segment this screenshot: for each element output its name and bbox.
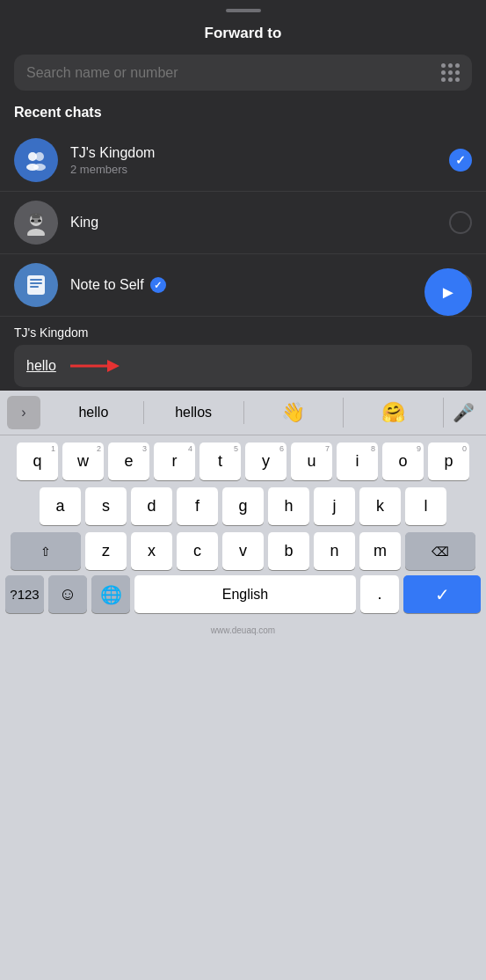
key-return[interactable]: ✓ (403, 575, 481, 613)
key-t[interactable]: 5t (199, 442, 241, 480)
svg-point-3 (33, 164, 46, 171)
svg-point-5 (27, 229, 45, 236)
chat-list: TJ's Kingdom 2 members King (0, 129, 486, 316)
key-globe[interactable]: 🌐 (91, 575, 130, 613)
key-row-3: ⇧ z x c v b n m ⌫ (4, 532, 482, 570)
recent-chats-label: Recent chats (0, 105, 486, 129)
sheet-title: Forward to (0, 25, 486, 42)
chat-info-tjs-kingdom: TJ's Kingdom 2 members (70, 145, 437, 176)
key-row-1: 1q 2w 3e 4r 5t 6y 7u 8i 9o 0p (4, 442, 482, 480)
forward-recipient-label: TJ's Kingdom (14, 325, 472, 340)
key-period[interactable]: . (360, 575, 399, 613)
svg-point-7 (31, 220, 34, 223)
chat-name-king: King (70, 215, 437, 230)
key-e[interactable]: 3e (108, 442, 149, 480)
chat-info-note-to-self: Note to Self ✓ (70, 277, 437, 293)
check-king[interactable] (449, 211, 472, 234)
search-input[interactable] (26, 65, 432, 81)
suggestion-wave[interactable]: 👋 (244, 398, 345, 428)
suggestion-hellos[interactable]: hellos (144, 401, 244, 424)
svg-rect-12 (30, 282, 42, 284)
suggestion-hugging[interactable]: 🤗 (344, 398, 444, 428)
key-shift[interactable]: ⇧ (11, 532, 81, 570)
key-q[interactable]: 1q (17, 442, 58, 480)
suggestions-bar: › hello hellos 👋 🤗 🎤 (0, 391, 486, 435)
key-space[interactable]: English (134, 575, 356, 613)
watermark: www.deuaq.com (0, 624, 486, 639)
key-a[interactable]: a (40, 487, 81, 525)
avatar-note-to-self (14, 263, 58, 307)
key-num-switch[interactable]: ?123 (5, 575, 44, 613)
svg-marker-15 (107, 360, 120, 372)
drag-handle[interactable] (226, 9, 261, 12)
chat-item-king[interactable]: King (0, 191, 486, 253)
key-l[interactable]: l (405, 487, 446, 525)
message-preview-box: hello (14, 345, 472, 387)
key-b[interactable]: b (268, 532, 309, 570)
svg-point-1 (35, 152, 44, 161)
key-v[interactable]: v (222, 532, 264, 570)
svg-rect-13 (30, 286, 39, 288)
key-s[interactable]: s (85, 487, 127, 525)
key-z[interactable]: z (85, 532, 127, 570)
key-x[interactable]: x (131, 532, 172, 570)
svg-rect-11 (30, 279, 42, 281)
key-f[interactable]: f (177, 487, 218, 525)
suggestions-expand-button[interactable]: › (7, 396, 40, 429)
key-backspace[interactable]: ⌫ (405, 532, 475, 570)
key-w[interactable]: 2w (62, 442, 104, 480)
key-g[interactable]: g (222, 487, 264, 525)
chat-name-tjs-kingdom: TJ's Kingdom (70, 145, 437, 161)
key-k[interactable]: k (359, 487, 401, 525)
key-p[interactable]: 0p (428, 442, 469, 480)
key-i[interactable]: 8i (337, 442, 378, 480)
mic-button[interactable]: 🎤 (449, 399, 477, 427)
key-d[interactable]: d (131, 487, 172, 525)
key-u[interactable]: 7u (291, 442, 332, 480)
key-row-2: a s d f g h j k l (4, 487, 482, 525)
avatar-king (14, 201, 58, 245)
suggestion-hello[interactable]: hello (44, 401, 144, 424)
svg-rect-9 (32, 215, 40, 218)
key-emoji[interactable]: ☺ (48, 575, 87, 613)
key-o[interactable]: 9o (382, 442, 424, 480)
key-h[interactable]: h (268, 487, 309, 525)
chat-item-tjs-kingdom[interactable]: TJ's Kingdom 2 members (0, 129, 486, 191)
svg-rect-10 (27, 275, 45, 295)
key-r[interactable]: 4r (154, 442, 195, 480)
chat-sub-tjs-kingdom: 2 members (70, 163, 437, 176)
chat-info-king: King (70, 215, 437, 230)
chat-item-note-to-self[interactable]: Note to Self ✓ ► (0, 253, 486, 316)
message-text: hello (26, 358, 56, 374)
avatar-tjs-kingdom (14, 138, 58, 182)
key-n[interactable]: n (314, 532, 355, 570)
keyboard-area: › hello hellos 👋 🤗 🎤 1q 2w 3e 4r 5t 6y 7… (0, 391, 486, 980)
chat-name-note-to-self: Note to Self ✓ (70, 277, 437, 293)
svg-point-8 (38, 220, 41, 223)
key-j[interactable]: j (314, 487, 355, 525)
send-fab-button[interactable]: ► (424, 268, 472, 316)
verified-badge: ✓ (150, 277, 166, 293)
search-row (14, 55, 472, 91)
key-c[interactable]: c (177, 532, 218, 570)
key-m[interactable]: m (359, 532, 401, 570)
check-tjs-kingdom[interactable] (449, 149, 472, 172)
forward-context: TJ's Kingdom hello (0, 316, 486, 391)
grid-icon[interactable] (441, 63, 460, 82)
key-y[interactable]: 6y (245, 442, 287, 480)
keyboard-bottom-row: ?123 ☺ 🌐 English . ✓ (0, 570, 486, 624)
red-arrow-icon (70, 354, 123, 378)
keyboard-rows: 1q 2w 3e 4r 5t 6y 7u 8i 9o 0p a s d f g … (0, 435, 486, 570)
forward-sheet: Forward to Recent chats (0, 0, 486, 391)
